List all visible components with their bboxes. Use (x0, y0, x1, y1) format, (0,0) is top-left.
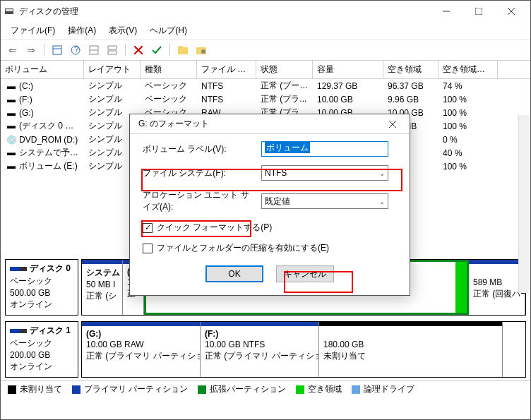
view3-button[interactable] (105, 42, 120, 58)
ok-button[interactable]: OK (205, 265, 263, 282)
menu-action[interactable]: 操作(A) (64, 23, 100, 38)
format-dialog: G: のフォーマット ボリューム ラベル(V): ボリューム ファイル システム… (129, 114, 410, 296)
dialog-body: ボリューム ラベル(V): ボリューム ファイル システム(F): NTFS⌄ … (130, 134, 410, 261)
view2-button[interactable] (86, 42, 102, 58)
col-capacity[interactable]: 容量 (313, 61, 383, 78)
svg-rect-6 (53, 46, 61, 54)
table-row[interactable]: ▬(F:)シンプルベーシックNTFS正常 (プラ...10.00 GB9.96 … (1, 92, 530, 106)
dialog-buttons: OK キャンセル (130, 261, 410, 291)
chevron-down-icon: ⌄ (379, 169, 385, 177)
folder-icon[interactable] (175, 42, 191, 58)
svg-rect-13 (108, 51, 117, 54)
dialog-titlebar: G: のフォーマット (130, 114, 410, 134)
maximize-button[interactable] (463, 1, 495, 22)
quick-format-label: クイック フォーマットする(P) (157, 222, 272, 234)
legend-free: 空き領域 (296, 385, 342, 393)
menu-help[interactable]: ヘルプ(H) (145, 23, 191, 38)
compress-label: ファイルとフォルダーの圧縮を有効にする(E) (157, 242, 329, 254)
close-button[interactable] (495, 1, 527, 22)
app-icon (4, 6, 15, 17)
menu-file[interactable]: ファイル(F) (6, 23, 59, 38)
window-title: ディスクの管理 (19, 6, 430, 18)
svg-rect-3 (475, 8, 482, 15)
col-type[interactable]: 種類 (141, 61, 197, 78)
legend: 未割り当て プライマリ パーティション 拡張パーティション 空き領域 論理ドライ… (1, 380, 530, 397)
allocation-label: アロケーション ユニット サイズ(A): (143, 189, 256, 213)
col-free[interactable]: 空き領域 (383, 61, 438, 78)
row-filesystem: ファイル システム(F): NTFS⌄ (143, 165, 397, 181)
dialog-close-button[interactable] (378, 114, 407, 135)
volume-label-text: ボリューム ラベル(V): (143, 143, 256, 155)
filesystem-combo[interactable]: NTFS⌄ (261, 165, 388, 181)
row-volume-label: ボリューム ラベル(V): ボリューム (143, 141, 397, 157)
disk0-label[interactable]: ディスク 0 ベーシック 500.00 GB オンライン (5, 259, 78, 316)
col-status[interactable]: 状態 (256, 61, 313, 78)
svg-rect-12 (108, 46, 117, 49)
back-button[interactable]: ⇐ (5, 42, 20, 58)
quick-format-check[interactable]: ✓ クイック フォーマットする(P) (143, 222, 397, 234)
disk1-row: ディスク 1 ベーシック 200.00 GB オンライン (G:)10.00 G… (1, 318, 530, 380)
menubar: ファイル(F) 操作(A) 表示(V) ヘルプ(H) (1, 22, 530, 40)
window-controls (430, 1, 527, 22)
partition[interactable]: (G:)10.00 GB RAW正常 (プライマリ パーティション) (82, 322, 201, 377)
checkbox-checked-icon: ✓ (143, 223, 153, 233)
toolbar: ⇐ ⇒ ? (1, 40, 530, 61)
part-system[interactable]: システム50 MB I正常 (シ (82, 260, 123, 315)
cancel-button[interactable]: キャンセル (276, 265, 334, 282)
allocation-combo[interactable]: 既定値⌄ (261, 193, 388, 209)
partition[interactable]: (F:)10.00 GB NTFS正常 (プライマリ パーティション) (201, 322, 319, 377)
svg-rect-17 (178, 46, 183, 48)
col-layout[interactable]: レイアウト (84, 61, 141, 78)
filesystem-label: ファイル システム(F): (143, 167, 256, 179)
legend-primary: プライマリ パーティション (72, 385, 188, 393)
part-recovery[interactable]: 589 MB正常 (回復パー (469, 260, 525, 315)
chevron-down-icon: ⌄ (379, 198, 385, 205)
legend-logical: 論理ドライブ (352, 385, 414, 393)
dialog-title: G: のフォーマット (133, 118, 378, 130)
legend-unallocated: 未割り当て (8, 385, 62, 393)
svg-text:?: ? (74, 45, 79, 54)
titlebar: ディスクの管理 (1, 1, 530, 22)
help-button[interactable]: ? (68, 42, 83, 58)
disk1-label[interactable]: ディスク 1 ベーシック 200.00 GB オンライン (5, 321, 78, 378)
forward-button[interactable]: ⇒ (23, 42, 39, 58)
table-row[interactable]: ▬(C:)シンプルベーシックNTFS正常 (ブート...129.37 GB96.… (1, 79, 530, 92)
scrollbar[interactable] (518, 115, 530, 293)
row-allocation: アロケーション ユニット サイズ(A): 既定値⌄ (143, 189, 397, 213)
menu-view[interactable]: 表示(V) (105, 23, 141, 38)
col-fs[interactable]: ファイル システム (197, 61, 256, 78)
disk1-parts: (G:)10.00 GB RAW正常 (プライマリ パーティション)(F:)10… (81, 321, 526, 378)
column-headers: ボリューム レイアウト 種類 ファイル システム 状態 容量 空き領域 空き領域… (1, 61, 530, 79)
legend-extended: 拡張パーティション (198, 385, 286, 393)
compress-check[interactable]: ファイルとフォルダーの圧縮を有効にする(E) (143, 242, 397, 254)
svg-point-19 (201, 49, 205, 54)
col-volume[interactable]: ボリューム (1, 61, 84, 78)
svg-rect-16 (178, 47, 188, 54)
col-pct[interactable]: 空き領域の割... (438, 61, 498, 78)
volume-label-input[interactable]: ボリューム (261, 141, 388, 157)
folder-settings-icon[interactable] (193, 42, 209, 58)
view1-button[interactable] (49, 42, 65, 58)
partition[interactable]: 180.00 GB未割り当て (319, 322, 503, 377)
minimize-button[interactable] (430, 1, 463, 22)
checkbox-unchecked-icon (143, 244, 153, 253)
delete-icon[interactable] (131, 42, 146, 58)
svg-rect-1 (6, 9, 13, 11)
check-icon[interactable] (149, 42, 165, 58)
